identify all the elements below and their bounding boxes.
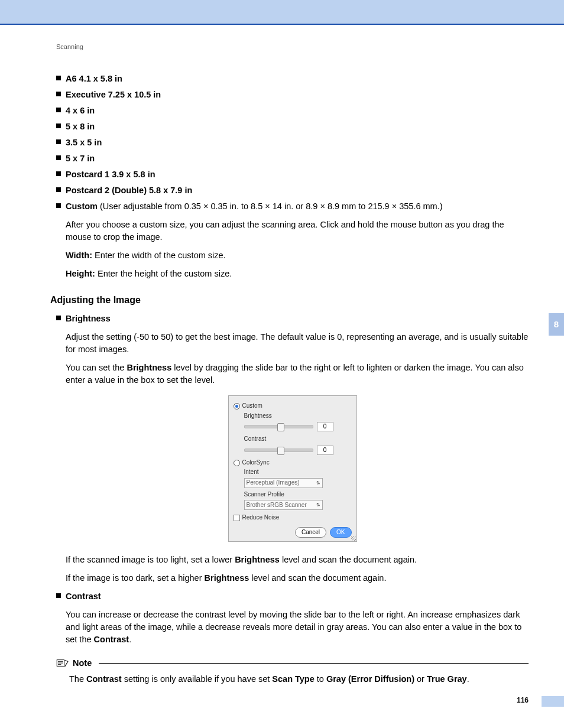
- page-number-bar: [542, 696, 564, 707]
- custom-width: Width: Enter the width of the custom siz…: [66, 249, 529, 262]
- intent-label: Intent: [244, 468, 352, 477]
- reduce-noise-checkbox[interactable]: Reduce Noise: [234, 514, 352, 522]
- chevron-updown-icon: ⇅: [316, 502, 320, 509]
- brightness-p1: Adjust the setting (-50 to 50) to get th…: [66, 331, 529, 356]
- cancel-button[interactable]: Cancel: [295, 527, 326, 538]
- size-item: A6 4.1 x 5.8 in: [56, 73, 529, 85]
- header-bar: [0, 0, 564, 25]
- radio-off-icon: [234, 460, 240, 466]
- custom-radio[interactable]: Custom: [234, 402, 352, 411]
- contrast-label: Contrast: [244, 435, 352, 444]
- ok-button[interactable]: OK: [330, 527, 351, 538]
- section-label: Scanning: [56, 43, 529, 52]
- page-number: 116: [517, 696, 529, 704]
- size-item: 4 x 6 in: [56, 105, 529, 117]
- heading-adjusting: Adjusting the Image: [50, 293, 529, 307]
- contrast-item: Contrast: [56, 590, 529, 603]
- intent-select[interactable]: Perceptual (Images)⇅: [244, 478, 323, 488]
- size-item: 5 x 8 in: [56, 121, 529, 133]
- size-item: Postcard 2 (Double) 5.8 x 7.9 in: [56, 184, 529, 197]
- checkbox-icon: [234, 515, 240, 521]
- size-item: Postcard 1 3.9 x 5.8 in: [56, 168, 529, 181]
- brightness-slider[interactable]: [244, 425, 313, 428]
- radio-on-icon: [234, 403, 240, 410]
- note-block: Note The Contrast setting is only availa…: [56, 657, 529, 685]
- brightness-label: Brightness: [244, 412, 352, 421]
- resize-handle-icon[interactable]: [351, 536, 356, 541]
- size-item-custom: Custom (User adjustable from 0.35 × 0.35…: [56, 200, 529, 213]
- note-icon: [56, 658, 69, 668]
- profile-label: Scanner Profile: [244, 490, 352, 499]
- settings-dialog: Custom Brightness 0 Contrast 0 ColorSync: [228, 395, 357, 542]
- size-item: 5 x 7 in: [56, 152, 529, 165]
- contrast-slider[interactable]: [244, 448, 313, 452]
- chevron-updown-icon: ⇅: [316, 480, 320, 487]
- custom-height: Height: Enter the height of the custom s…: [66, 268, 529, 280]
- brightness-value[interactable]: 0: [317, 422, 333, 431]
- profile-select[interactable]: Brother sRGB Scanner⇅: [244, 500, 323, 510]
- size-item: 3.5 x 5 in: [56, 136, 529, 149]
- custom-desc: After you choose a custom size, you can …: [66, 219, 529, 243]
- brightness-p2: You can set the Brightness level by drag…: [66, 362, 529, 386]
- brightness-p4: If the image is too dark, set a higher B…: [66, 572, 529, 584]
- chapter-tab: 8: [549, 313, 564, 336]
- brightness-p3: If the scanned image is too light, set a…: [66, 554, 529, 566]
- brightness-item: Brightness: [56, 313, 529, 325]
- contrast-p1: You can increase or decrease the contras…: [66, 609, 529, 646]
- colorsync-radio[interactable]: ColorSync: [234, 459, 352, 467]
- size-item: Executive 7.25 x 10.5 in: [56, 89, 529, 101]
- note-body: The Contrast setting is only available i…: [69, 673, 529, 685]
- contrast-value[interactable]: 0: [317, 446, 333, 455]
